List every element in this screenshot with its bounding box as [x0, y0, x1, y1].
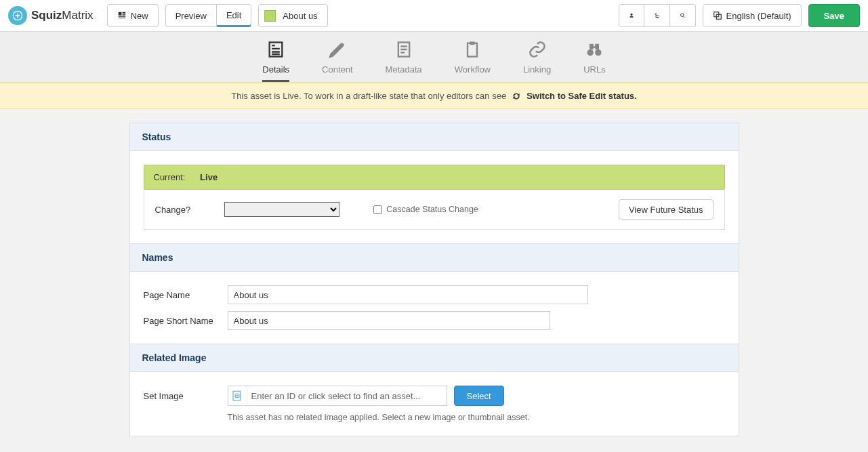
plus-icon	[117, 11, 127, 20]
status-panel: Status Current: Live Change? Cascade Sta…	[129, 123, 739, 244]
tree-icon	[654, 10, 660, 21]
current-status-value: Live	[200, 172, 218, 182]
change-label: Change?	[155, 205, 191, 215]
change-status-row: Change? Cascade Status Change View Futur…	[144, 190, 725, 230]
tab-content[interactable]: Content	[322, 40, 353, 82]
util-icon-group	[619, 4, 696, 27]
related-image-hint: This asset has no related image applied.…	[228, 413, 725, 422]
asset-tabs: Details Content Metadata Workflow Linkin…	[0, 32, 868, 83]
tab-metadata[interactable]: Metadata	[386, 40, 422, 82]
cascade-checkbox[interactable]	[373, 205, 382, 214]
edit-button[interactable]: Edit	[217, 4, 251, 27]
preview-button[interactable]: Preview	[165, 4, 217, 27]
page-name-input[interactable]	[228, 285, 588, 304]
set-image-label: Set Image	[144, 391, 228, 401]
top-toolbar: SquizMatrix New Preview Edit About us En…	[0, 0, 868, 32]
logo-icon	[8, 6, 27, 25]
logo-text: SquizMatrix	[31, 9, 94, 22]
related-image-heading: Related Image	[130, 344, 739, 372]
asset-chip[interactable]: About us	[258, 4, 327, 27]
tab-urls[interactable]: URLs	[583, 40, 606, 82]
language-button[interactable]: English (Default)	[703, 4, 802, 27]
logo[interactable]: SquizMatrix	[8, 6, 94, 25]
names-heading: Names	[130, 244, 739, 272]
save-button[interactable]: Save	[808, 4, 860, 27]
refresh-icon	[512, 91, 521, 101]
tree-icon-button[interactable]	[644, 4, 670, 27]
live-notice: This asset is Live. To work in a draft-l…	[0, 83, 868, 109]
user-icon	[629, 10, 634, 21]
current-label: Current:	[154, 172, 186, 182]
asset-name-label: About us	[283, 11, 317, 21]
user-icon-button[interactable]	[619, 4, 644, 27]
main-content: Status Current: Live Change? Cascade Sta…	[129, 123, 739, 436]
search-icon	[680, 10, 686, 21]
page-name-label: Page Name	[144, 290, 228, 300]
svg-point-1	[680, 14, 684, 17]
asset-finder-input[interactable]	[247, 386, 447, 405]
page-short-name-input[interactable]	[228, 311, 550, 330]
current-status-bar: Current: Live	[144, 165, 725, 190]
page-short-name-label: Page Short Name	[144, 316, 228, 326]
view-future-status-button[interactable]: View Future Status	[619, 199, 714, 220]
svg-point-8	[587, 49, 594, 56]
link-icon	[528, 40, 547, 59]
select-asset-button[interactable]: Select	[454, 386, 504, 406]
asset-finder: Select	[228, 386, 504, 406]
change-status-select[interactable]	[224, 202, 339, 217]
mode-toggle: Preview Edit	[165, 4, 252, 27]
details-icon	[266, 40, 285, 59]
notice-text: This asset is Live. To work in a draft-l…	[231, 91, 506, 101]
asset-finder-field[interactable]	[228, 386, 447, 406]
asset-type-icon	[228, 386, 247, 405]
pencil-icon	[328, 40, 347, 59]
document-icon	[394, 40, 413, 59]
new-button[interactable]: New	[107, 4, 159, 27]
svg-rect-6	[468, 43, 477, 57]
tab-details[interactable]: Details	[262, 40, 289, 82]
clipboard-icon	[463, 40, 482, 59]
names-panel: Names Page Name Page Short Name	[129, 244, 739, 344]
svg-point-9	[596, 49, 602, 56]
cascade-checkbox-label[interactable]: Cascade Status Change	[373, 205, 478, 214]
binoculars-icon	[585, 40, 604, 59]
duplicate-icon	[713, 11, 722, 20]
related-image-panel: Related Image Set Image Select This asse…	[129, 344, 739, 436]
tab-linking[interactable]: Linking	[523, 40, 551, 82]
tab-workflow[interactable]: Workflow	[455, 40, 491, 82]
status-heading: Status	[130, 123, 739, 151]
safe-edit-link[interactable]: Switch to Safe Edit status.	[526, 91, 637, 101]
svg-rect-7	[470, 41, 475, 45]
status-color-square	[264, 10, 276, 22]
search-icon-button[interactable]	[670, 4, 696, 27]
